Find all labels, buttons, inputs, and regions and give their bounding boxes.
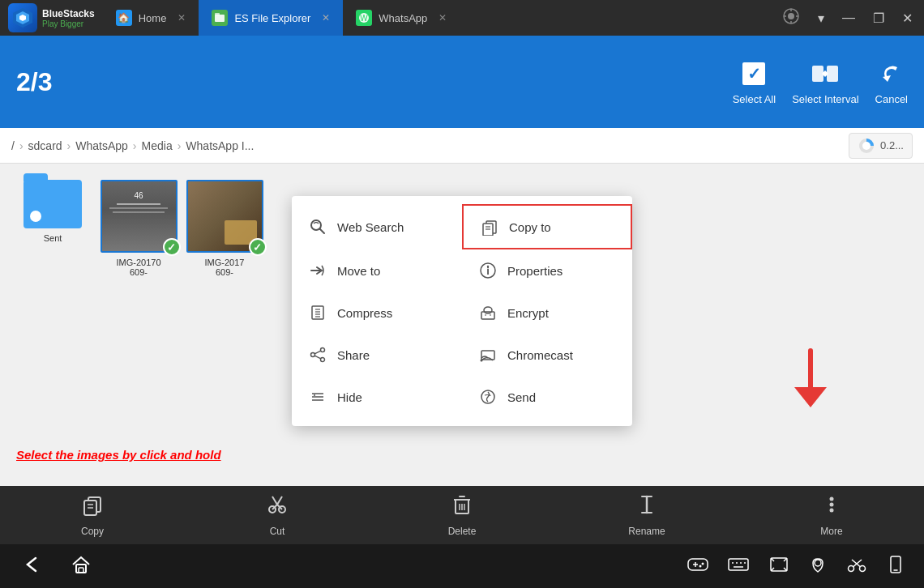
instruction-text: Select the images by click and hold [16,448,221,462]
svg-point-29 [487,266,489,267]
chromecast-icon [478,345,498,364]
rename-toolbar-icon [635,493,658,521]
system-bar [0,544,924,588]
breadcrumb-whatsapp-images[interactable]: WhatsApp I... [186,139,254,152]
cancel-icon [877,59,906,88]
phone-icon[interactable] [883,552,908,581]
menu-item-share[interactable]: Share [292,334,462,376]
svg-point-40 [311,353,315,357]
menu-item-move-to[interactable]: Move to [292,249,462,292]
checkbox-checked-icon [742,62,765,85]
file-item-sent[interactable]: Sent [16,180,89,243]
folder-circle-decoration [30,211,41,222]
breadcrumb-root[interactable]: / [11,139,15,152]
menu-label-copy-to: Copy to [509,220,551,234]
storage-pie-chart [858,137,875,155]
menu-item-encrypt[interactable]: Encrypt [462,292,632,334]
breadcrumb-whatsapp[interactable]: WhatsApp [75,139,128,152]
dropdown-btn[interactable]: ▾ [815,7,828,29]
svg-point-75 [830,509,834,513]
home-tab-label: Home [139,12,167,24]
breadcrumb-sep-3: › [178,139,182,152]
file-item-img2[interactable]: ✓ IMG-2017609- [188,180,261,277]
bluestacks-text: BlueStacks Play Bigger [42,8,95,28]
tab-es-file-explorer[interactable]: ES File Explorer ✕ [199,0,343,36]
svg-line-42 [314,351,321,354]
thumb1-text: 46 [134,191,143,200]
select-all-icon [739,59,768,88]
copy-to-icon [480,217,499,236]
close-btn[interactable]: ✕ [899,7,916,29]
svg-text:W: W [361,14,369,23]
file-label-img2: IMG-2017609- [205,258,245,277]
svg-point-20 [862,142,871,150]
menu-label-web-search: Web Search [337,220,404,234]
menu-item-copy-to[interactable]: Copy to [462,204,632,249]
storage-label: 0.2... [880,139,904,151]
cancel-label: Cancel [875,93,908,105]
titlebar: BlueStacks Play Bigger 🏠 Home ✕ ES File … [0,0,924,36]
menu-item-web-search[interactable]: Web Search [292,204,462,249]
context-menu: Web Search Copy to [292,196,632,426]
selected-badge-1: ✓ [163,238,181,256]
toolbar-cut-button[interactable]: Cut [185,486,370,544]
delete-toolbar-icon [451,493,473,521]
location-icon[interactable] [806,552,830,581]
home-nav-button[interactable] [65,548,97,585]
svg-marker-18 [883,75,891,82]
breadcrumb-media[interactable]: Media [142,139,173,152]
thumb1-bar2 [109,207,169,209]
svg-point-82 [699,565,702,567]
svg-rect-30 [312,306,323,319]
minimize-btn[interactable]: — [839,7,858,28]
menu-item-send[interactable]: Send [462,376,632,418]
es-tab-icon [212,10,228,26]
gamepad-icon[interactable] [684,552,712,581]
file-label-img1: IMG-20170609- [116,258,160,277]
compress-icon [308,303,327,322]
menu-item-chromecast[interactable]: Chromecast [462,334,632,376]
svg-point-74 [830,503,834,507]
screenshot-icon[interactable] [765,552,793,581]
svg-point-94 [815,560,821,566]
svg-point-73 [830,497,834,501]
select-all-button[interactable]: Select All [733,59,776,105]
properties-icon: i [478,261,498,280]
menu-item-compress[interactable]: Compress [292,292,462,334]
window-controls: ▾ — ❐ ✕ [771,4,924,32]
menu-item-hide[interactable]: Hide [292,376,462,418]
select-interval-button[interactable]: Select Interval [792,59,858,105]
svg-line-100 [857,560,862,564]
cancel-button[interactable]: Cancel [875,59,908,105]
bottom-toolbar: Copy Cut Delete [0,486,924,544]
svg-line-63 [277,496,282,505]
copy-toolbar-label: Copy [81,526,104,537]
maximize-btn[interactable]: ❐ [870,7,888,29]
svg-line-62 [272,496,277,505]
header-actions: Select All Select Interval [733,59,908,105]
breadcrumb-sdcard[interactable]: sdcard [28,139,62,152]
move-to-icon [308,261,327,280]
bluestacks-settings-btn[interactable] [779,4,803,32]
file-count-display: 2/3 [16,67,52,97]
menu-label-properties: Properties [507,264,563,278]
toolbar-more-button[interactable]: More [739,486,924,544]
app-header: 2/3 Select All Select Interval [0,36,924,128]
app-logo: BlueStacks Play Bigger [0,3,103,32]
share-icon [308,345,327,364]
file-item-img1[interactable]: 46 ✓ IMG-20170609- [102,180,175,277]
tab-home[interactable]: 🏠 Home ✕ [103,0,199,36]
whatsapp-tab-label: WhatsApp [379,12,427,24]
menu-label-send: Send [507,390,536,404]
file-label-sent: Sent [44,233,62,243]
cut-toolbar-icon [266,493,289,521]
toolbar-delete-button[interactable]: Delete [370,486,554,544]
keyboard-icon[interactable] [725,552,752,581]
breadcrumb-sep-1: › [67,139,71,152]
toolbar-rename-button[interactable]: Rename [554,486,739,544]
toolbar-copy-button[interactable]: Copy [0,486,185,544]
back-nav-button[interactable] [16,548,49,585]
tab-whatsapp[interactable]: W WhatsApp ✕ [343,0,460,36]
scissors-icon[interactable] [843,552,871,581]
menu-item-properties[interactable]: i Properties [462,249,632,292]
